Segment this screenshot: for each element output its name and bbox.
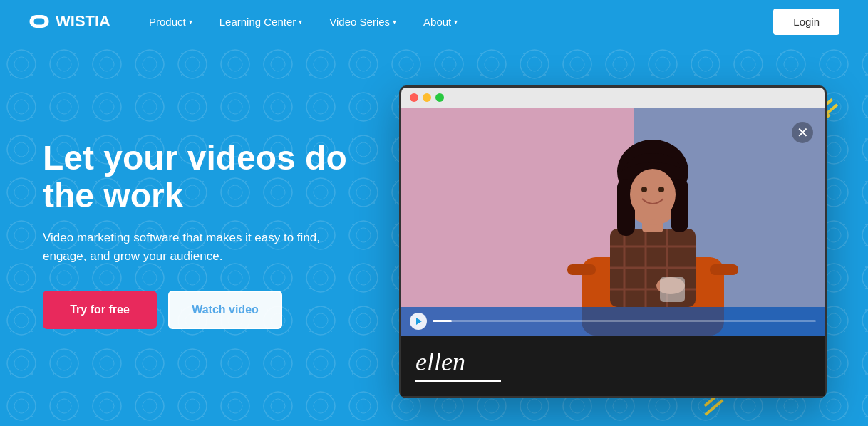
signature-text: ellen: [415, 347, 810, 377]
nav-video-series[interactable]: Video Series ▾: [319, 0, 406, 43]
nav-learning-center[interactable]: Learning Center ▾: [210, 0, 313, 43]
svg-rect-3: [710, 264, 738, 275]
person-figure: [553, 115, 753, 336]
chevron-down-icon: ▾: [454, 18, 458, 26]
hero-title: Let your videos do the work: [43, 140, 399, 215]
svg-rect-20: [660, 277, 685, 302]
chevron-down-icon: ▾: [189, 18, 192, 26]
logo-text: WISTIA: [56, 12, 110, 31]
traffic-light-green: [435, 93, 444, 102]
close-button[interactable]: ✕: [792, 122, 813, 143]
try-for-free-button[interactable]: Try for free: [43, 291, 157, 329]
nav-product[interactable]: Product ▾: [139, 0, 202, 43]
traffic-light-red: [410, 93, 418, 102]
logo[interactable]: WISTIA: [29, 12, 110, 31]
nav-links: Product ▾ Learning Center ▾ Video Series…: [139, 0, 773, 43]
chevron-down-icon: ▾: [299, 18, 302, 26]
progress-bar[interactable]: [433, 320, 816, 322]
hero-subtitle: Video marketing software that makes it e…: [43, 229, 349, 265]
chevron-down-icon: ▾: [393, 18, 396, 26]
hero-buttons: Try for free Watch video: [43, 291, 399, 329]
wistia-logo-icon: [29, 14, 50, 28]
video-controls: [401, 307, 825, 336]
navbar: WISTIA Product ▾ Learning Center ▾ Video…: [0, 0, 868, 43]
traffic-light-yellow: [423, 93, 431, 102]
svg-rect-2: [567, 264, 596, 275]
video-frame: [401, 108, 825, 336]
play-icon: [416, 318, 422, 325]
login-button[interactable]: Login: [773, 9, 839, 35]
hero-content: Let your videos do the work Video market…: [43, 140, 399, 330]
video-signature-area: ellen: [401, 336, 825, 396]
play-button[interactable]: [410, 313, 427, 330]
svg-point-18: [658, 187, 664, 192]
svg-point-17: [641, 187, 647, 192]
browser-window: ✕: [399, 85, 827, 398]
svg-point-16: [630, 169, 676, 220]
browser-content: ellen: [401, 108, 825, 396]
watch-video-button[interactable]: Watch video: [168, 291, 282, 329]
browser-bar: [401, 88, 825, 108]
hero-video-mockup: ✕: [399, 71, 827, 398]
hero-section: Let your videos do the work Video market…: [0, 43, 868, 426]
nav-about[interactable]: About ▾: [413, 0, 467, 43]
signature-underline: [415, 380, 501, 382]
decorative-lines-bottom: [703, 396, 725, 412]
